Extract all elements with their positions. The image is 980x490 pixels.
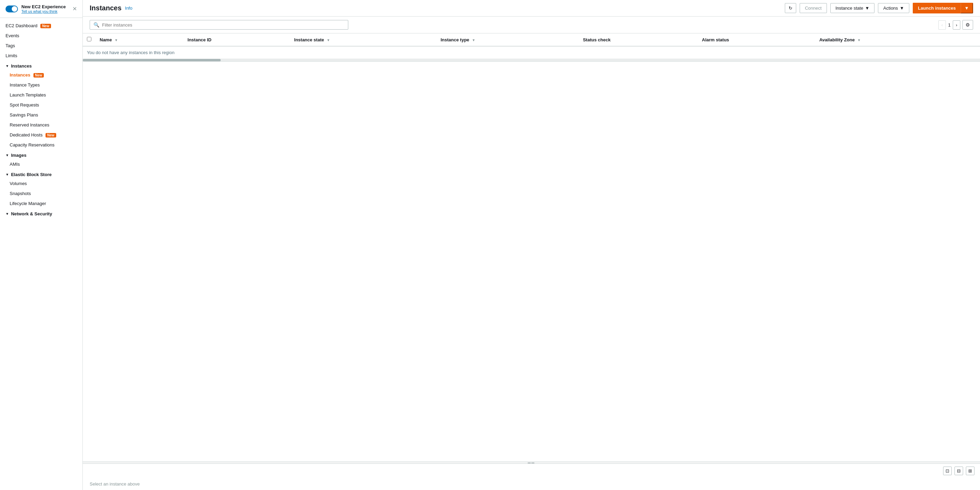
sidebar-item-tags[interactable]: Tags bbox=[0, 41, 83, 51]
sidebar-item-spot-requests[interactable]: Spot Requests bbox=[0, 100, 83, 110]
sidebar-header: New EC2 Experience Tell us what you thin… bbox=[0, 0, 83, 18]
column-name[interactable]: Name ▼ bbox=[95, 33, 183, 46]
sidebar-item-dedicated-hosts[interactable]: Dedicated Hosts New bbox=[0, 130, 83, 140]
column-instance-type[interactable]: Instance type ▼ bbox=[437, 33, 579, 46]
sidebar-nav: EC2 Dashboard New Events Tags Limits ▼ I… bbox=[0, 18, 83, 490]
empty-row: You do not have any instances in this re… bbox=[83, 46, 980, 59]
sidebar-item-limits[interactable]: Limits bbox=[0, 51, 83, 61]
page-title: Instances bbox=[90, 4, 121, 12]
close-icon[interactable]: ✕ bbox=[72, 6, 77, 12]
next-page-button[interactable]: › bbox=[953, 20, 960, 30]
network-security-section-label: Network & Security bbox=[11, 211, 52, 216]
search-box[interactable]: 🔍 bbox=[90, 20, 348, 30]
bottom-panel-content: Select an instance above bbox=[83, 478, 980, 490]
column-availability-zone[interactable]: Availability Zone ▼ bbox=[815, 33, 980, 46]
refresh-button[interactable]: ↻ bbox=[785, 3, 796, 13]
sidebar-item-capacity-reservations[interactable]: Capacity Reservations bbox=[0, 140, 83, 150]
images-section-label: Images bbox=[11, 153, 27, 158]
sidebar-item-events[interactable]: Events bbox=[0, 31, 83, 41]
empty-message: You do not have any instances in this re… bbox=[87, 50, 175, 55]
sidebar-item-launch-templates[interactable]: Launch Templates bbox=[0, 90, 83, 100]
panel-icon-btn-1[interactable]: ⊡ bbox=[943, 466, 952, 475]
sidebar-header-content: New EC2 Experience Tell us what you thin… bbox=[6, 4, 66, 13]
scroll-bar bbox=[83, 59, 221, 61]
bottom-panel-header: ⊡ ⊟ ⊞ bbox=[83, 464, 980, 478]
chevron-down-icon-instance-state: ▼ bbox=[865, 6, 870, 11]
pagination: ‹ 1 › ⚙ bbox=[938, 20, 973, 30]
table-container: Name ▼ Instance ID Instance state ▼ Inst… bbox=[83, 33, 980, 461]
connect-button[interactable]: Connect bbox=[800, 3, 827, 13]
instances-table: Name ▼ Instance ID Instance state ▼ Inst… bbox=[83, 33, 980, 59]
sidebar-item-savings-plans[interactable]: Savings Plans bbox=[0, 110, 83, 120]
prev-page-button[interactable]: ‹ bbox=[938, 20, 946, 30]
instances-section-label: Instances bbox=[11, 63, 32, 68]
refresh-icon: ↻ bbox=[789, 6, 792, 11]
sidebar: New EC2 Experience Tell us what you thin… bbox=[0, 0, 83, 490]
bottom-panel: ══ ⊡ ⊟ ⊞ Select an instance above bbox=[83, 461, 980, 490]
column-instance-id: Instance ID bbox=[183, 33, 290, 46]
sidebar-item-amis[interactable]: AMIs bbox=[0, 159, 83, 169]
actions-button[interactable]: Actions ▼ bbox=[878, 3, 909, 13]
filter-bar: 🔍 ‹ 1 › ⚙ bbox=[83, 17, 980, 33]
sidebar-item-volumes[interactable]: Volumes bbox=[0, 179, 83, 189]
select-instance-message: Select an instance above bbox=[90, 481, 140, 487]
instances-badge: New bbox=[33, 73, 44, 78]
sort-icon-az: ▼ bbox=[857, 38, 861, 42]
new-experience-toggle[interactable] bbox=[6, 6, 18, 13]
launch-instances-group: Launch instances ▼ bbox=[913, 3, 973, 13]
launch-instances-dropdown[interactable]: ▼ bbox=[961, 3, 973, 13]
sidebar-section-images[interactable]: ▼ Images bbox=[0, 150, 83, 159]
sort-icon-state: ▼ bbox=[326, 38, 330, 42]
ebs-section-label: Elastic Block Store bbox=[11, 172, 52, 177]
chevron-down-icon-actions: ▼ bbox=[900, 6, 904, 11]
resize-icon: ══ bbox=[528, 460, 535, 465]
chevron-down-icon-launch: ▼ bbox=[964, 6, 969, 11]
actions-label: Actions bbox=[883, 6, 898, 11]
chevron-down-icon: ▼ bbox=[6, 64, 9, 68]
sidebar-item-ec2-dashboard[interactable]: EC2 Dashboard New bbox=[0, 21, 83, 31]
sidebar-section-ebs[interactable]: ▼ Elastic Block Store bbox=[0, 169, 83, 179]
column-status-check: Status check bbox=[579, 33, 698, 46]
select-all-header[interactable] bbox=[83, 33, 95, 46]
sidebar-item-instance-types[interactable]: Instance Types bbox=[0, 80, 83, 90]
instance-state-button[interactable]: Instance state ▼ bbox=[830, 3, 875, 13]
sidebar-section-network-security[interactable]: ▼ Network & Security bbox=[0, 208, 83, 218]
sidebar-item-lifecycle-manager[interactable]: Lifecycle Manager bbox=[0, 198, 83, 208]
select-all-checkbox[interactable] bbox=[87, 37, 91, 41]
sidebar-item-reserved-instances[interactable]: Reserved Instances bbox=[0, 120, 83, 130]
table-settings-button[interactable]: ⚙ bbox=[963, 20, 973, 30]
sort-icon-name: ▼ bbox=[115, 38, 118, 42]
chevron-down-icon-4: ▼ bbox=[6, 212, 9, 216]
scroll-indicator bbox=[83, 59, 980, 62]
info-link[interactable]: Info bbox=[125, 6, 132, 11]
panel-icon-btn-2[interactable]: ⊟ bbox=[955, 466, 963, 475]
column-alarm-status: Alarm status bbox=[698, 33, 815, 46]
sort-icon-type: ▼ bbox=[472, 38, 475, 42]
table-header-row: Name ▼ Instance ID Instance state ▼ Inst… bbox=[83, 33, 980, 46]
page-number: 1 bbox=[948, 22, 950, 28]
instance-state-label: Instance state bbox=[835, 6, 864, 11]
main-content: Instances Info ↻ Connect Instance state … bbox=[83, 0, 980, 490]
launch-instances-button[interactable]: Launch instances bbox=[913, 3, 961, 13]
sidebar-item-instances[interactable]: Instances New bbox=[0, 70, 83, 80]
sidebar-item-snapshots[interactable]: Snapshots bbox=[0, 189, 83, 198]
column-instance-state[interactable]: Instance state ▼ bbox=[290, 33, 437, 46]
search-icon: 🔍 bbox=[94, 22, 99, 28]
sidebar-title: New EC2 Experience bbox=[21, 4, 66, 9]
dedicated-hosts-badge: New bbox=[46, 133, 56, 138]
chevron-down-icon-3: ▼ bbox=[6, 173, 9, 176]
top-bar: Instances Info ↻ Connect Instance state … bbox=[83, 0, 980, 17]
filter-input[interactable] bbox=[102, 22, 344, 28]
chevron-down-icon-2: ▼ bbox=[6, 153, 9, 157]
sidebar-section-instances[interactable]: ▼ Instances bbox=[0, 61, 83, 70]
ec2-dashboard-badge: New bbox=[40, 24, 51, 28]
sidebar-subtitle[interactable]: Tell us what you think bbox=[21, 9, 66, 13]
panel-icon-btn-3[interactable]: ⊞ bbox=[966, 466, 974, 475]
